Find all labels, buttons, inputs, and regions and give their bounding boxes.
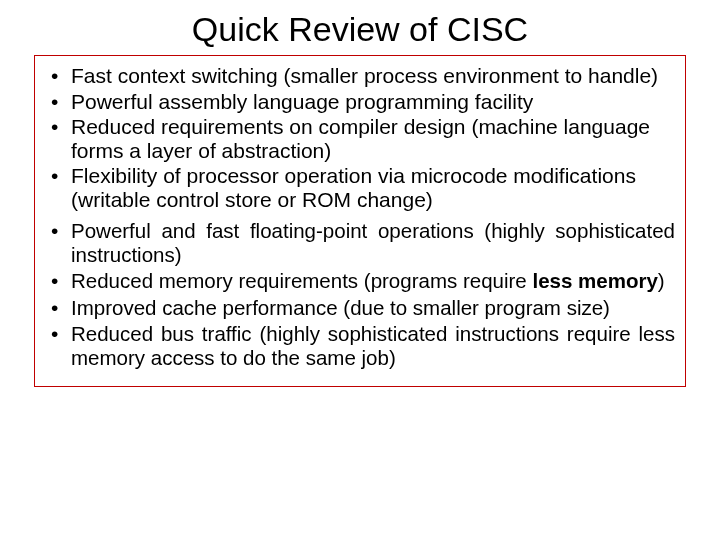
- text: Powerful and fast floating-point operati…: [71, 219, 675, 266]
- list-item: Fast context switching (smaller process …: [45, 64, 675, 88]
- list-item: Improved cache performance (due to small…: [45, 296, 675, 320]
- text: Improved cache performance (due to small…: [71, 296, 610, 319]
- content-box: Fast context switching (smaller process …: [34, 55, 686, 387]
- list-item: Reduced requirements on compiler design …: [45, 115, 675, 162]
- bullet-group-b: Powerful and fast floating-point operati…: [45, 219, 675, 369]
- text: ): [658, 269, 665, 292]
- list-item: Powerful and fast floating-point operati…: [45, 219, 675, 266]
- bullet-group-a: Fast context switching (smaller process …: [45, 64, 675, 211]
- slide-title: Quick Review of CISC: [0, 10, 720, 49]
- text: Reduced memory requirements (programs re…: [71, 269, 532, 292]
- slide: Quick Review of CISC Fast context switch…: [0, 10, 720, 540]
- list-item: Powerful assembly language programming f…: [45, 90, 675, 114]
- text: Reduced bus traffic (highly sophisticate…: [71, 322, 675, 369]
- list-item: Reduced bus traffic (highly sophisticate…: [45, 322, 675, 369]
- list-item: Reduced memory requirements (programs re…: [45, 269, 675, 293]
- list-item: Flexibility of processor operation via m…: [45, 164, 675, 211]
- bold-text: less memory: [532, 269, 657, 292]
